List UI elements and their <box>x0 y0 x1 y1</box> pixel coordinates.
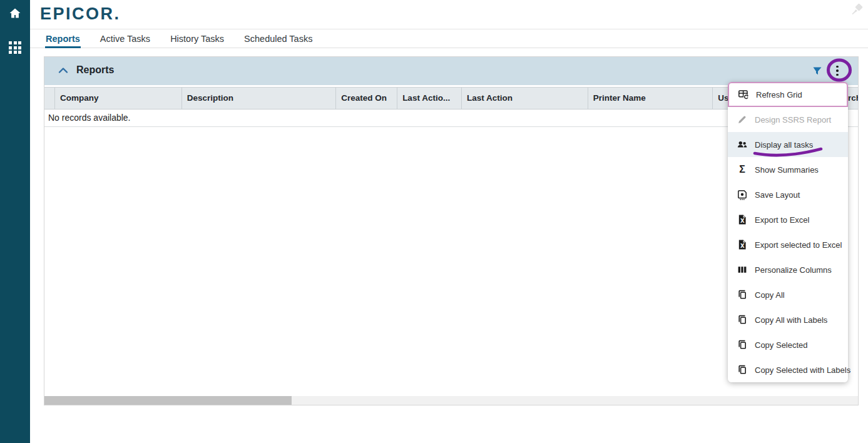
menu-item-copy-selected[interactable]: Copy Selected <box>728 332 848 357</box>
excel-file-icon: X <box>737 239 748 250</box>
excel-file-icon: X <box>737 214 748 225</box>
copy-icon <box>737 339 748 350</box>
menu-item-label: Personalize Columns <box>755 265 832 275</box>
column-header-last-action-on[interactable]: Last Actio... <box>397 88 462 109</box>
filter-icon <box>812 68 823 78</box>
app-sidebar <box>0 0 30 443</box>
menu-item-label: Export selected to Excel <box>755 240 842 250</box>
copy-icon <box>737 289 748 300</box>
apps-grid-icon <box>9 41 21 54</box>
menu-item-label: Export to Excel <box>755 215 809 225</box>
tab-history-tasks[interactable]: History Tasks <box>170 29 225 48</box>
menu-item-label: Show Summaries <box>755 165 819 175</box>
menu-item-personalize-columns[interactable]: Personalize Columns <box>728 257 848 282</box>
apps-menu-button[interactable] <box>0 35 30 60</box>
top-header: EPICOR. <box>30 0 868 29</box>
sigma-icon: Σ <box>737 164 748 175</box>
menu-item-export-selected-to-excel[interactable]: X Export selected to Excel <box>728 232 848 257</box>
menu-item-label: Display all tasks <box>755 140 813 150</box>
menu-item-label: Save Layout <box>755 190 800 200</box>
column-header-printer-name[interactable]: Printer Name <box>588 88 713 109</box>
pin-icon[interactable] <box>848 3 864 19</box>
menu-item-show-summaries[interactable]: Σ Show Summaries <box>728 157 848 182</box>
menu-item-save-layout[interactable]: Save Layout <box>728 182 848 207</box>
svg-text:X: X <box>740 218 745 224</box>
refresh-grid-icon <box>738 89 749 100</box>
task-tabs: Reports Active Tasks History Tasks Sched… <box>30 29 868 48</box>
menu-item-design-ssrs-report: Design SSRS Report <box>728 107 848 132</box>
chevron-up-icon <box>58 67 69 78</box>
svg-text:X: X <box>740 243 745 249</box>
menu-item-label: Refresh Grid <box>756 90 802 99</box>
tab-reports[interactable]: Reports <box>45 29 81 48</box>
copy-icon <box>737 364 748 375</box>
menu-item-refresh-grid[interactable]: Refresh Grid <box>728 82 848 107</box>
menu-item-display-all-tasks[interactable]: Display all tasks <box>728 132 848 157</box>
panel-title: Reports <box>76 64 114 76</box>
column-header-description[interactable]: Description <box>182 88 337 109</box>
menu-item-label: Design SSRS Report <box>755 115 831 125</box>
pencil-icon <box>737 114 748 125</box>
copy-icon <box>737 314 748 325</box>
menu-item-label: Copy All <box>755 290 785 300</box>
menu-item-label: Copy All with Labels <box>755 315 827 325</box>
reports-panel-header: Reports <box>44 57 858 85</box>
menu-item-label: Copy Selected <box>755 340 808 350</box>
menu-item-copy-all-with-labels[interactable]: Copy All with Labels <box>728 307 848 332</box>
horizontal-scrollbar-thumb[interactable] <box>44 396 292 405</box>
column-header-company[interactable]: Company <box>55 88 182 109</box>
home-icon <box>8 6 23 24</box>
menu-item-copy-selected-with-labels[interactable]: Copy Selected with Labels <box>728 357 848 382</box>
tab-active-tasks[interactable]: Active Tasks <box>100 29 151 48</box>
menu-item-copy-all[interactable]: Copy All <box>728 282 848 307</box>
home-button[interactable] <box>0 3 30 28</box>
collapse-panel-button[interactable] <box>58 66 69 76</box>
epicor-logo: EPICOR. <box>40 4 121 24</box>
grid-overflow-menu-button[interactable] <box>832 64 842 78</box>
save-layout-icon <box>737 189 748 200</box>
column-header-created-on[interactable]: Created On <box>336 88 397 109</box>
menu-item-export-to-excel[interactable]: X Export to Excel <box>728 207 848 232</box>
column-header-selector[interactable] <box>44 88 55 109</box>
columns-icon <box>737 264 748 275</box>
grid-context-menu: Refresh Grid Design SSRS Report Display … <box>728 82 848 382</box>
horizontal-scrollbar-track[interactable] <box>44 396 858 405</box>
people-icon <box>737 139 748 150</box>
menu-item-label: Copy Selected with Labels <box>755 365 850 375</box>
tab-scheduled-tasks[interactable]: Scheduled Tasks <box>243 29 313 48</box>
column-header-last-action[interactable]: Last Action <box>462 88 588 109</box>
filter-button[interactable] <box>812 65 823 76</box>
